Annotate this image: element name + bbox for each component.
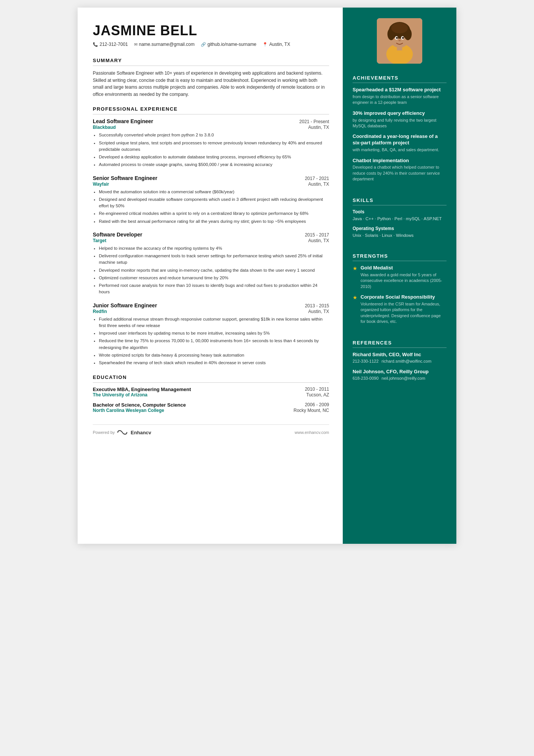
edu-container: Executive MBA, Engineering Management 20… bbox=[93, 387, 329, 413]
skills-category-1: Operating Systems Unix · Solaris · Linux… bbox=[353, 226, 447, 239]
bullet-item: Helped to increase the accuracy of the r… bbox=[99, 245, 329, 252]
bullet-item: Delivered configuration management tools… bbox=[99, 253, 329, 266]
exp-location: Austin, TX bbox=[308, 125, 329, 130]
bullet-item: Automated process to create usage graphs… bbox=[99, 161, 329, 168]
strengths-section: STRENGTHS ★ Gold Medalist Was awarded a … bbox=[343, 249, 456, 329]
edu-location: Rocky Mount, NC bbox=[294, 408, 329, 413]
education-title: EDUCATION bbox=[93, 374, 329, 380]
exp-company: Redfin bbox=[93, 309, 107, 314]
exp-dates: 2013 - 2015 bbox=[305, 303, 329, 308]
exp-bullets: Moved the automation solution into a com… bbox=[93, 189, 329, 225]
job-entry-2: Software Developer 2015 - 2017 Target Au… bbox=[93, 232, 329, 296]
github-text: github.io/name-surname bbox=[208, 42, 256, 47]
location-icon: 📍 bbox=[262, 42, 268, 47]
photo-area bbox=[343, 8, 456, 71]
exp-title: Software Developer bbox=[93, 232, 142, 238]
ref-name: Neil Johnson, CFO, Reilly Group bbox=[353, 369, 447, 374]
edu-entry-1: Bachelor of Science, Computer Science 20… bbox=[93, 402, 329, 413]
bullet-item: Fueled additional revenue stream through… bbox=[99, 316, 329, 329]
skills-cat-title: Operating Systems bbox=[353, 226, 447, 231]
skills-title: SKILLS bbox=[353, 197, 447, 203]
phone-item: 📞 212-312-7001 bbox=[93, 42, 128, 47]
star-icon: ★ bbox=[353, 265, 358, 290]
job-entry-3: Junior Software Engineer 2013 - 2015 Red… bbox=[93, 302, 329, 366]
exp-sub: Target Austin, TX bbox=[93, 238, 329, 243]
jobs-container: Lead Software Engineer 2021 - Present Bl… bbox=[93, 118, 329, 366]
references-section: REFERENCES Richard Smith, CEO, Wolf Inc … bbox=[343, 336, 456, 386]
bullet-item: Performed root cause analysis for more t… bbox=[99, 282, 329, 296]
exp-header: Junior Software Engineer 2013 - 2015 bbox=[93, 302, 329, 308]
edu-degree: Bachelor of Science, Computer Science bbox=[93, 402, 186, 408]
github-item: 🔗 github.io/name-surname bbox=[201, 42, 256, 47]
summary-text: Passionate Software Engineer with 10+ ye… bbox=[93, 70, 329, 98]
candidate-name: JASMINE BELL bbox=[93, 23, 329, 39]
ref-row: 212-330-1122 richard.smith@wolfinc.com bbox=[353, 358, 447, 365]
strength-item-0: ★ Gold Medalist Was awarded a gold medal… bbox=[353, 265, 447, 290]
exp-header: Senior Software Engineer 2017 - 2021 bbox=[93, 175, 329, 181]
ref-name: Richard Smith, CEO, Wolf Inc bbox=[353, 352, 447, 357]
edu-header: Executive MBA, Engineering Management 20… bbox=[93, 387, 329, 392]
achievement-title: Chatbot implementation bbox=[353, 158, 447, 164]
skills-category-0: Tools Java · C++ · Python · Perl · mySQL… bbox=[353, 209, 447, 222]
exp-title: Junior Software Engineer bbox=[93, 302, 157, 308]
strength-desc: Volunteered in the CSR team for Amadeus,… bbox=[361, 301, 447, 325]
skills-container: Tools Java · C++ · Python · Perl · mySQL… bbox=[353, 209, 447, 239]
exp-location: Austin, TX bbox=[308, 309, 329, 314]
strength-content: Corporate Social Responsibility Voluntee… bbox=[361, 294, 447, 324]
svg-rect-12 bbox=[397, 47, 402, 50]
star-icon: ★ bbox=[353, 294, 358, 324]
exp-sub: Redfin Austin, TX bbox=[93, 309, 329, 314]
svg-point-6 bbox=[391, 23, 408, 33]
strengths-container: ★ Gold Medalist Was awarded a gold medal… bbox=[353, 265, 447, 325]
bullet-item: Developed a desktop application to autom… bbox=[99, 154, 329, 160]
strength-item-1: ★ Corporate Social Responsibility Volunt… bbox=[353, 294, 447, 324]
email-text: name.surname@gmail.com bbox=[139, 42, 195, 47]
github-icon: 🔗 bbox=[201, 42, 206, 47]
achievement-desc: with marketing, BA, QA, and sales depart… bbox=[353, 147, 447, 153]
exp-company: Wayfair bbox=[93, 182, 109, 187]
website-text: www.enhancv.com bbox=[295, 430, 329, 435]
skills-list: Unix · Solaris · Linux · Windows bbox=[353, 232, 447, 239]
edu-dates: 2006 - 2009 bbox=[305, 402, 329, 408]
ref-phone: 618-233-0090 bbox=[353, 375, 379, 382]
left-column: JASMINE BELL 📞 212-312-7001 ✉ name.surna… bbox=[78, 8, 343, 544]
contact-line: 📞 212-312-7001 ✉ name.surname@gmail.com … bbox=[93, 42, 329, 47]
job-entry-1: Senior Software Engineer 2017 - 2021 Way… bbox=[93, 175, 329, 225]
achievements-divider bbox=[353, 83, 447, 83]
edu-school: North Carolina Wesleyan College bbox=[93, 408, 164, 413]
bullet-item: Improved user interfaces by updating men… bbox=[99, 330, 329, 337]
strength-content: Gold Medalist Was awarded a gold medal f… bbox=[361, 265, 447, 290]
ref-row: 618-233-0090 neil.johnson@reilly.com bbox=[353, 375, 447, 382]
bullet-item: Designed and developed reusable software… bbox=[99, 196, 329, 210]
exp-dates: 2017 - 2021 bbox=[305, 176, 329, 181]
exp-header: Lead Software Engineer 2021 - Present bbox=[93, 118, 329, 124]
job-entry-0: Lead Software Engineer 2021 - Present Bl… bbox=[93, 118, 329, 168]
strengths-divider bbox=[353, 261, 447, 261]
ref-email: richard.smith@wolfinc.com bbox=[382, 358, 432, 365]
achievement-item-2: Coordinated a year-long release of a six… bbox=[353, 133, 447, 153]
bullet-item: Reduced the time by 75% to process 70,00… bbox=[99, 338, 329, 351]
exp-company: Target bbox=[93, 238, 106, 243]
achievements-title: ACHIEVEMENTS bbox=[353, 75, 447, 81]
achievement-title: Coordinated a year-long release of a six… bbox=[353, 133, 447, 146]
bullet-item: Successfully converted whole project fro… bbox=[99, 132, 329, 138]
exp-title: Senior Software Engineer bbox=[93, 175, 157, 181]
bullet-item: Developed monitor reports that are using… bbox=[99, 267, 329, 274]
reference-item-0: Richard Smith, CEO, Wolf Inc 212-330-112… bbox=[353, 352, 447, 365]
achievement-desc: from design to distribution as a senior … bbox=[353, 94, 447, 106]
achievement-item-1: 30% improved query efficiency by designi… bbox=[353, 110, 447, 129]
svg-point-11 bbox=[398, 40, 401, 41]
achievements-container: Spearheaded a $12M software project from… bbox=[353, 87, 447, 182]
brand-name: Enhancv bbox=[131, 430, 151, 435]
skills-divider bbox=[353, 205, 447, 205]
bullet-item: Rated with the best annual performance r… bbox=[99, 218, 329, 225]
exp-sub: Wayfair Austin, TX bbox=[93, 182, 329, 187]
exp-location: Austin, TX bbox=[308, 182, 329, 187]
edu-entry-0: Executive MBA, Engineering Management 20… bbox=[93, 387, 329, 398]
edu-location: Tucson, AZ bbox=[306, 392, 329, 398]
exp-company: Blackbaud bbox=[93, 125, 116, 130]
skills-section: SKILLS Tools Java · C++ · Python · Perl … bbox=[343, 194, 456, 243]
strengths-title: STRENGTHS bbox=[353, 253, 447, 259]
exp-bullets: Helped to increase the accuracy of the r… bbox=[93, 245, 329, 296]
powered-by: Powered by Enhancv bbox=[93, 429, 151, 435]
